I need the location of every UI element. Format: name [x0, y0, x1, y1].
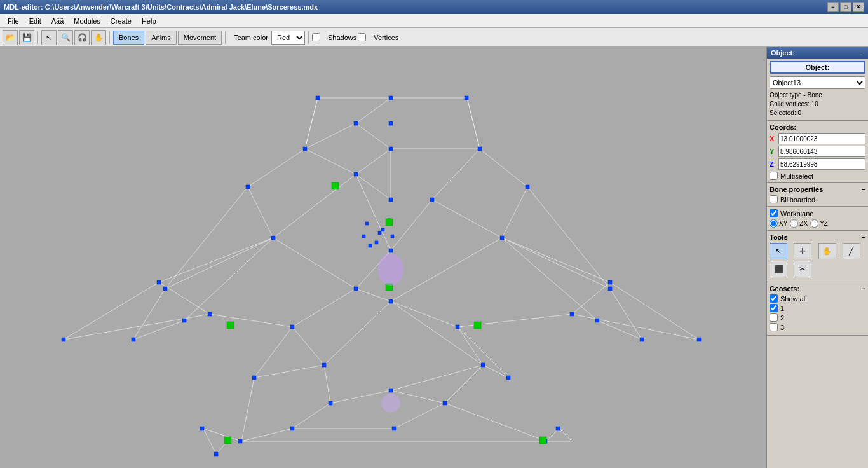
titlebar: MDL-editor: C:\Users\Anwender\Warcraft 3… — [0, 0, 868, 14]
select-button[interactable]: ↖ — [41, 30, 57, 45]
svg-rect-103 — [481, 363, 485, 367]
coords-body: Coords: X Y Z Multiselect — [767, 121, 868, 182]
delete-tool-button[interactable]: ✂ — [794, 261, 811, 277]
object-info: Object type - Bone Child vertices: 10 Se… — [770, 91, 865, 118]
multiselect-checkbox[interactable] — [770, 172, 778, 180]
y-input[interactable] — [778, 146, 865, 157]
geoset-2-row: 2 — [770, 313, 865, 322]
menu-file[interactable]: File — [3, 16, 24, 26]
svg-rect-88 — [354, 287, 358, 291]
multiselect-label: Multiselect — [780, 172, 813, 180]
workplane-checkbox[interactable] — [770, 209, 778, 217]
object-dropdown[interactable]: Object13 Object1 Object2 — [770, 76, 865, 89]
save-icon: 💾 — [22, 33, 32, 42]
audio-button[interactable]: 🎧 — [74, 30, 90, 45]
move-button[interactable]: ✋ — [91, 30, 106, 45]
line-tool-button[interactable]: ╱ — [843, 243, 860, 259]
workplane-body: Workplane XY ZX YZ — [767, 207, 868, 230]
move-tool-button[interactable]: ✛ — [794, 243, 811, 259]
geoset-2-checkbox[interactable] — [770, 313, 778, 322]
object-section: Object: − Object: Object13 Object1 Objec… — [767, 47, 868, 121]
svg-rect-112 — [208, 312, 212, 316]
bone-collapse-icon[interactable]: − — [862, 186, 865, 193]
geoset-1-checkbox[interactable] — [770, 304, 778, 312]
menubar: File Edit Äää Modules Create Help — [0, 14, 868, 28]
object-header: Object: − — [767, 47, 868, 59]
tools-title-text: Tools — [770, 233, 788, 241]
anims-button[interactable]: Anims — [146, 31, 177, 45]
workplane-label: Workplane — [780, 210, 813, 217]
bone-title-text: Bone properties — [770, 186, 823, 193]
object-body: Object: Object13 Object1 Object2 Object … — [767, 59, 868, 120]
svg-rect-122 — [362, 235, 365, 238]
save-button[interactable]: 💾 — [19, 30, 34, 45]
geoset-3-label: 3 — [780, 324, 784, 331]
geoset-3-row: 3 — [770, 323, 865, 331]
select-tool-button[interactable]: ↖ — [770, 243, 787, 259]
geosets-collapse-icon[interactable]: − — [862, 285, 865, 292]
svg-rect-80 — [354, 121, 358, 125]
svg-rect-85 — [430, 198, 434, 202]
xy-radio[interactable] — [770, 219, 778, 228]
billboarded-checkbox[interactable] — [770, 195, 778, 203]
toolbar: 📂 💾 ↖ 🔍 🎧 ✋ Bones Anims Movement Team co… — [0, 28, 868, 47]
svg-rect-126 — [214, 452, 218, 456]
select-icon: ↖ — [46, 33, 52, 42]
svg-rect-120 — [381, 228, 384, 231]
tools-collapse-icon[interactable]: − — [862, 233, 865, 241]
open-icon: 📂 — [6, 33, 15, 42]
zoom-button[interactable]: 🔍 — [58, 30, 73, 45]
svg-point-137 — [378, 254, 403, 286]
menu-help[interactable]: Help — [137, 16, 161, 26]
svg-rect-92 — [526, 185, 529, 189]
object-selected: Selected: 0 — [770, 109, 865, 118]
vertices-checkbox[interactable] — [358, 33, 366, 41]
object-collapse-button[interactable]: − — [858, 50, 864, 57]
svg-rect-102 — [456, 325, 459, 329]
main-area: Perspective — [0, 47, 868, 468]
tools-section: Tools − ↖ ✛ ✋ ╱ ⬛ ✂ — [767, 231, 868, 282]
close-button[interactable]: ✕ — [853, 2, 864, 12]
bone-section: Bone properties − Billboarded — [767, 183, 868, 207]
shadows-checkbox[interactable] — [312, 33, 320, 41]
svg-rect-96 — [182, 319, 186, 322]
team-color-label: Team color: — [234, 34, 270, 41]
right-panel: Object: − Object: Object13 Object1 Objec… — [766, 47, 868, 468]
show-all-checkbox[interactable] — [770, 294, 778, 303]
svg-rect-127 — [200, 427, 204, 430]
zx-radio[interactable] — [790, 219, 798, 228]
z-input[interactable] — [778, 158, 865, 170]
viewport[interactable]: Perspective — [0, 47, 766, 468]
menu-create[interactable]: Create — [105, 16, 137, 26]
coord-z-row: Z — [770, 158, 865, 170]
titlebar-controls: − □ ✕ — [827, 2, 864, 12]
svg-rect-130 — [332, 182, 339, 189]
scale-tool-button[interactable]: ⬛ — [770, 261, 787, 277]
geoset-3-checkbox[interactable] — [770, 323, 778, 331]
open-button[interactable]: 📂 — [3, 30, 18, 45]
team-color-select[interactable]: Red Blue Teal — [271, 31, 305, 45]
bones-button[interactable]: Bones — [113, 31, 144, 45]
geoset-1-row: 1 — [770, 304, 865, 312]
maximize-button[interactable]: □ — [840, 2, 851, 12]
minimize-button[interactable]: − — [827, 2, 839, 12]
x-input[interactable] — [778, 133, 865, 144]
yz-label: YZ — [820, 220, 828, 227]
hand-tool-button[interactable]: ✋ — [818, 243, 836, 259]
yz-radio[interactable] — [810, 219, 818, 228]
geoset-2-label: 2 — [780, 314, 784, 322]
bone-body: Bone properties − Billboarded — [767, 183, 868, 206]
movement-button[interactable]: Movement — [178, 31, 222, 45]
svg-rect-89 — [389, 299, 393, 303]
object-header-title: Object: — [771, 49, 795, 57]
svg-rect-135 — [539, 437, 546, 444]
menu-modules[interactable]: Modules — [69, 16, 105, 26]
menu-aaa[interactable]: Äää — [46, 16, 69, 26]
xy-label: XY — [779, 220, 787, 227]
coord-y-row: Y — [770, 146, 865, 157]
zoom-icon: 🔍 — [61, 33, 71, 42]
svg-rect-129 — [556, 427, 560, 430]
object-child-vertices: Child vertices: 10 — [770, 100, 865, 109]
menu-edit[interactable]: Edit — [24, 16, 46, 26]
tools-grid: ↖ ✛ ✋ ╱ ⬛ ✂ — [770, 243, 865, 277]
